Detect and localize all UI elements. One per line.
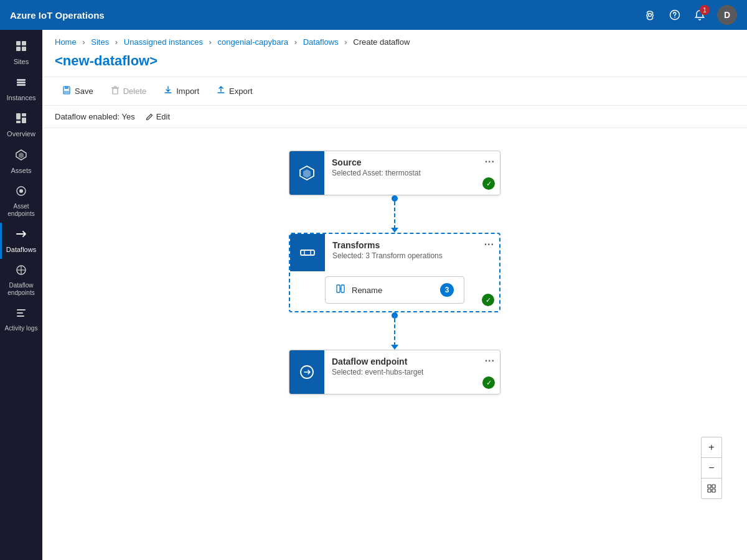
main-layout: Sites Instances Overview xyxy=(0,30,747,560)
svg-rect-41 xyxy=(712,489,715,492)
sidebar-item-instances[interactable]: Instances xyxy=(0,71,42,107)
import-button[interactable]: Import xyxy=(156,82,207,100)
assets-icon xyxy=(15,149,27,164)
breadcrumb-unassigned[interactable]: Unassigned instances xyxy=(124,37,203,47)
transforms-node-content: Transforms Selected: 3 Transform operati… xyxy=(325,234,499,271)
breadcrumb: Home › Sites › Unassigned instances › co… xyxy=(42,30,747,50)
page-title: <new-dataflow> xyxy=(42,50,747,77)
notification-icon[interactable]: 1 xyxy=(692,7,707,22)
rename-sub-card[interactable]: Rename 3 xyxy=(325,276,464,304)
svg-rect-20 xyxy=(17,309,26,310)
svg-rect-26 xyxy=(113,88,118,94)
source-node-title: Source xyxy=(332,157,492,167)
asset-endpoints-icon xyxy=(15,185,27,200)
sidebar-label-instances: Instances xyxy=(6,94,35,102)
zoom-in-button[interactable]: + xyxy=(702,437,721,457)
import-label: Import xyxy=(176,86,199,96)
source-node[interactable]: Source Selected Asset: thermostat ··· ✓ xyxy=(289,151,500,195)
save-button[interactable]: Save xyxy=(55,82,101,100)
svg-rect-10 xyxy=(22,113,26,116)
save-icon xyxy=(62,86,71,96)
rename-icon xyxy=(336,284,345,296)
zoom-fit-button[interactable] xyxy=(702,478,721,498)
dataflow-endpoint-node-menu[interactable]: ··· xyxy=(485,355,495,366)
svg-rect-4 xyxy=(16,47,21,51)
sidebar-label-overview: Overview xyxy=(7,130,35,138)
user-avatar[interactable]: D xyxy=(717,5,737,25)
transforms-node-menu[interactable]: ··· xyxy=(484,239,494,250)
transforms-node-title: Transforms xyxy=(332,240,492,250)
edit-label: Edit xyxy=(156,112,170,121)
source-node-content: Source Selected Asset: thermostat xyxy=(324,151,500,195)
transforms-node-subtitle: Selected: 3 Transform operations xyxy=(332,251,492,260)
svg-rect-11 xyxy=(22,118,26,123)
edit-button[interactable]: Edit xyxy=(145,112,170,121)
export-icon xyxy=(217,86,225,96)
rename-badge: 3 xyxy=(440,283,454,297)
notification-badge: 1 xyxy=(700,5,710,15)
sidebar-item-assets[interactable]: Assets xyxy=(0,144,42,180)
breadcrumb-dataflows[interactable]: Dataflows xyxy=(303,37,339,47)
dataflows-icon xyxy=(15,228,27,243)
svg-rect-22 xyxy=(17,315,24,317)
svg-rect-35 xyxy=(341,285,344,292)
save-label: Save xyxy=(75,86,93,96)
zoom-out-button[interactable]: − xyxy=(702,458,721,478)
svg-rect-21 xyxy=(17,312,23,314)
dataflow-endpoint-node-title: Dataflow endpoint xyxy=(332,357,492,366)
svg-rect-7 xyxy=(17,82,26,83)
source-node-icon xyxy=(289,151,324,195)
svg-rect-24 xyxy=(65,86,68,89)
svg-point-1 xyxy=(674,17,675,18)
help-icon[interactable] xyxy=(667,7,682,22)
svg-rect-12 xyxy=(16,121,21,123)
activity-logs-icon xyxy=(15,307,27,322)
dataflow-endpoint-node-check: ✓ xyxy=(482,376,495,389)
instances-icon xyxy=(15,76,27,91)
svg-rect-8 xyxy=(17,84,26,86)
source-node-subtitle: Selected Asset: thermostat xyxy=(332,169,492,177)
sidebar-item-overview[interactable]: Overview xyxy=(0,107,42,143)
svg-rect-39 xyxy=(712,485,715,488)
transforms-top-row: Transforms Selected: 3 Transform operati… xyxy=(290,234,499,271)
dataflow-endpoints-icon xyxy=(15,264,27,279)
svg-rect-3 xyxy=(22,41,26,45)
svg-rect-9 xyxy=(16,113,21,119)
sidebar-label-asset-endpoints: Asset endpoints xyxy=(2,203,40,218)
overview-icon xyxy=(15,112,27,128)
delete-button[interactable]: Delete xyxy=(103,82,154,100)
svg-rect-6 xyxy=(17,79,26,81)
connector-1 xyxy=(391,195,398,233)
source-node-check: ✓ xyxy=(482,177,495,190)
transforms-node[interactable]: Transforms Selected: 3 Transform operati… xyxy=(289,233,500,312)
breadcrumb-sites[interactable]: Sites xyxy=(91,37,109,47)
rename-label: Rename xyxy=(352,286,382,295)
breadcrumb-current: Create dataflow xyxy=(353,37,410,47)
sites-icon xyxy=(15,40,27,55)
dataflow-canvas-container: Source Selected Asset: thermostat ··· ✓ xyxy=(42,128,747,560)
delete-label: Delete xyxy=(123,86,147,96)
sidebar-label-dataflow-endpoints: Dataflow endpoints xyxy=(2,282,40,297)
dataflow-endpoint-node-content: Dataflow endpoint Selected: event-hubs-t… xyxy=(324,350,500,394)
content-area: Home › Sites › Unassigned instances › co… xyxy=(42,30,747,560)
sidebar-item-asset-endpoints[interactable]: Asset endpoints xyxy=(0,180,42,223)
sidebar-label-assets: Assets xyxy=(11,167,31,175)
dataflow-endpoint-node[interactable]: Dataflow endpoint Selected: event-hubs-t… xyxy=(289,350,500,394)
transforms-node-icon xyxy=(290,234,325,271)
svg-rect-34 xyxy=(337,285,340,292)
settings-icon[interactable] xyxy=(642,7,657,22)
sidebar-label-activity-logs: Activity logs xyxy=(5,325,38,332)
breadcrumb-home[interactable]: Home xyxy=(55,37,77,47)
sidebar-item-dataflows[interactable]: Dataflows xyxy=(0,223,42,259)
svg-point-16 xyxy=(19,189,23,193)
sidebar-item-activity-logs[interactable]: Activity logs xyxy=(0,302,42,337)
svg-marker-14 xyxy=(19,152,24,159)
svg-rect-5 xyxy=(22,47,26,51)
source-node-menu[interactable]: ··· xyxy=(485,156,495,167)
svg-rect-2 xyxy=(16,41,21,45)
top-navigation: Azure IoT Operations 1 D xyxy=(0,0,747,30)
sidebar-item-sites[interactable]: Sites xyxy=(0,35,42,71)
sidebar-item-dataflow-endpoints[interactable]: Dataflow endpoints xyxy=(0,259,42,302)
export-button[interactable]: Export xyxy=(209,82,260,100)
breadcrumb-instance[interactable]: congenial-capybara xyxy=(218,37,288,47)
